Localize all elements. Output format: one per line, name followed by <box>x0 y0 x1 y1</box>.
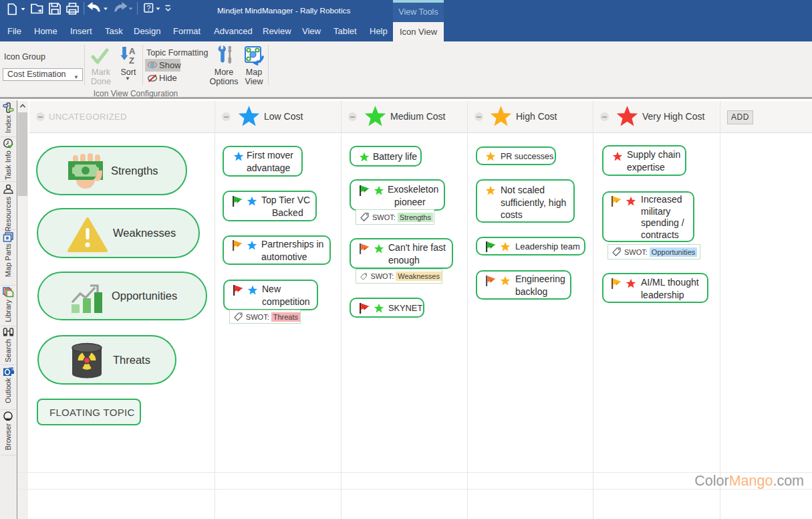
svg-text:?: ? <box>147 4 151 12</box>
svg-text:Z: Z <box>129 56 134 64</box>
svg-text:A: A <box>129 46 136 56</box>
